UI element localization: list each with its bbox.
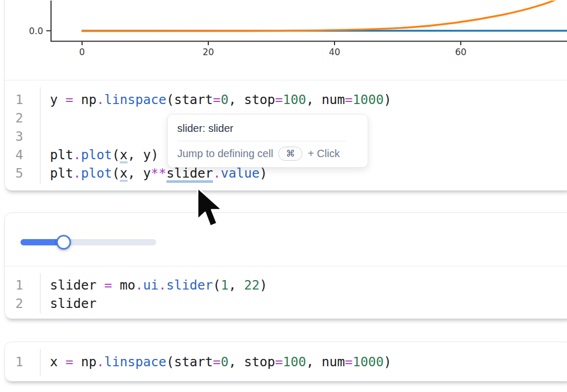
tooltip-title: slider: slider — [177, 121, 358, 135]
command-key-icon: ⌘ — [286, 148, 295, 159]
tooltip-action-label: Jump to defining cell — [177, 148, 273, 160]
code-text[interactable]: x = np.linspace(start=0, stop=100, num=1… — [23, 353, 391, 371]
command-key-badge: ⌘ — [278, 147, 302, 161]
cell-slider: 1 slider = mo.ui.slider(1, 22) 2 slider — [4, 212, 567, 319]
line-number: 5 — [5, 164, 23, 182]
line-number: 1 — [5, 90, 23, 109]
slider-thumb[interactable] — [56, 235, 71, 250]
line-number: 4 — [5, 146, 23, 164]
line-number: 2 — [5, 294, 23, 313]
code-editor-x-cell[interactable]: 1 x = np.linspace(start=0, stop=100, num… — [5, 342, 567, 381]
plot-output-area: 0.0 0 20 40 60 — [5, 0, 567, 80]
line-number: 2 — [5, 109, 23, 127]
tooltip-divider — [177, 141, 346, 141]
gutter-separator — [40, 349, 40, 376]
tooltip-hint-row: Jump to defining cell ⌘ + Click — [177, 147, 358, 161]
code-text[interactable]: plt.plot(x, y) — [23, 146, 159, 164]
x-tick-label: 20 — [202, 47, 214, 57]
gutter-separator — [40, 273, 40, 313]
cell-x-definition: 1 x = np.linspace(start=0, stop=100, num… — [4, 342, 567, 381]
code-editor-slider-cell[interactable]: 1 slider = mo.ui.slider(1, 22) 2 slider — [5, 266, 567, 319]
code-text[interactable] — [23, 109, 50, 127]
gutter-separator — [40, 87, 40, 184]
code-text[interactable]: y = np.linspace(start=0, stop=100, num=1… — [23, 90, 391, 109]
code-text[interactable]: slider = mo.ui.slider(1, 22) — [23, 276, 267, 294]
mouse-cursor-icon — [196, 184, 223, 230]
line-number: 1 — [5, 276, 23, 294]
x-tick-label: 60 — [455, 47, 467, 57]
variable-tooltip: slider: slider Jump to defining cell ⌘ +… — [167, 114, 368, 168]
line-number: 3 — [5, 127, 23, 146]
code-line[interactable]: 1 x = np.linspace(start=0, stop=100, num… — [5, 353, 567, 371]
matplotlib-plot: 0.0 0 20 40 60 — [5, 1, 567, 80]
plot-line-orange — [82, 1, 561, 31]
code-text[interactable] — [23, 127, 50, 146]
y-tick-label: 0.0 — [29, 26, 43, 36]
slider-output-area — [5, 213, 567, 266]
tooltip-click-label: + Click — [308, 148, 340, 160]
code-text[interactable]: slider — [23, 294, 97, 313]
code-line[interactable]: 2 slider — [5, 294, 567, 313]
notebook-screen: 0.0 0 20 40 60 1 y = np.linspace(start=0… — [0, 0, 567, 392]
x-tick-label: 0 — [79, 47, 85, 57]
x-tick-label: 40 — [329, 47, 340, 57]
line-number: 1 — [5, 353, 23, 371]
code-line[interactable]: 1 slider = mo.ui.slider(1, 22) — [5, 276, 567, 294]
code-line[interactable]: 1 y = np.linspace(start=0, stop=100, num… — [5, 90, 567, 109]
